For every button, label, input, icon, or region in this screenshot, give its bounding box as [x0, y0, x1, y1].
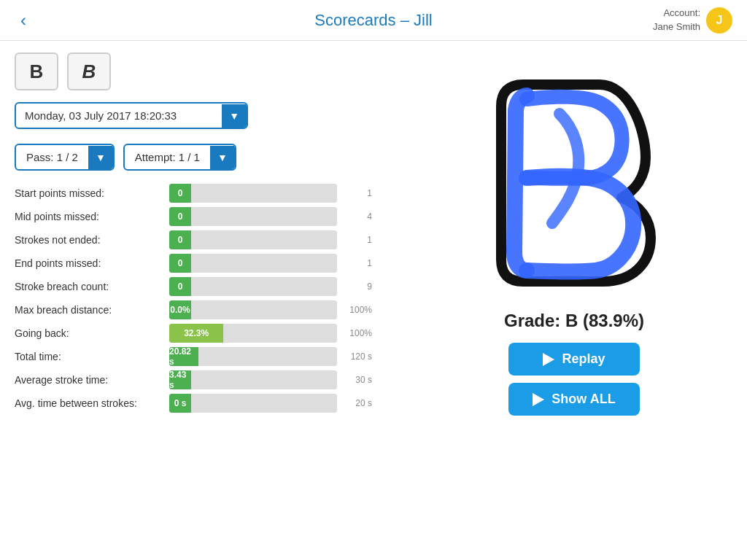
- metric-bar: 3.43 s: [169, 370, 337, 389]
- metrics-list: Start points missed:01Mid points missed:…: [15, 184, 394, 413]
- right-panel: Grade: B (83.9%) ReplayShow ALL: [409, 41, 747, 560]
- attempt-dropdown[interactable]: Attempt: 1 / 1 ▼: [123, 144, 236, 171]
- metric-max: 20 s: [346, 398, 372, 408]
- metric-row: End points missed:01: [15, 254, 394, 273]
- metric-bar: 0.0%: [169, 300, 337, 319]
- left-panel: B B Monday, 03 July 2017 18:20:33 ▼ Pass…: [0, 41, 409, 560]
- metric-max: 4: [346, 211, 372, 222]
- metric-label: Max breach distance:: [15, 304, 160, 316]
- metric-bar: 0: [169, 230, 337, 249]
- pass-arrow: ▼: [88, 146, 113, 169]
- metric-max: 30 s: [346, 375, 372, 385]
- pass-value: Pass: 1 / 2: [16, 145, 88, 169]
- metric-label: Total time:: [15, 351, 160, 362]
- attempt-value: Attempt: 1 / 1: [125, 145, 210, 169]
- metric-bar-fill: 3.43 s: [169, 370, 191, 389]
- metric-max: 9: [346, 281, 372, 292]
- metric-bar-fill: 0: [169, 207, 191, 226]
- metric-row: Start points missed:01: [15, 184, 394, 203]
- metric-label: Start points missed:: [15, 187, 160, 199]
- main-content: B B Monday, 03 July 2017 18:20:33 ▼ Pass…: [0, 41, 747, 560]
- metric-label: Stroke breach count:: [15, 281, 160, 292]
- metric-max: 1: [346, 235, 372, 245]
- metric-max: 100%: [346, 328, 372, 338]
- metric-bar: 0: [169, 277, 337, 296]
- metric-label: End points missed:: [15, 257, 160, 269]
- grade-display: Grade: B (83.9%): [504, 311, 644, 331]
- metric-row: Avg. time between strokes:0 s20 s: [15, 394, 394, 413]
- metric-label: Going back:: [15, 327, 160, 339]
- metric-bar-fill: 0 s: [169, 394, 191, 413]
- metric-bar-fill: 0.0%: [169, 300, 191, 319]
- metric-bar-fill: 20.82 s: [169, 347, 198, 366]
- metric-bar-fill: 0: [169, 277, 191, 296]
- metric-bar-fill: 32.3%: [169, 324, 223, 343]
- metric-label: Mid points missed:: [15, 211, 160, 222]
- attempt-arrow: ▼: [210, 146, 235, 169]
- metric-row: Average stroke time:3.43 s30 s: [15, 370, 394, 389]
- metric-bar: 0: [169, 184, 337, 203]
- replay-button[interactable]: Replay: [508, 343, 640, 376]
- metric-label: Avg. time between strokes:: [15, 397, 160, 409]
- metric-label: Average stroke time:: [15, 374, 160, 386]
- play-icon: [533, 393, 544, 406]
- metric-bar: 32.3%: [169, 324, 337, 343]
- metric-max: 120 s: [346, 351, 372, 362]
- header: ‹ Scorecards – Jill Account: Jane Smith …: [0, 0, 747, 41]
- metric-bar-fill: 0: [169, 184, 191, 203]
- play-icon: [543, 353, 554, 366]
- metric-max: 1: [346, 258, 372, 268]
- metric-row: Stroke breach count:09: [15, 277, 394, 296]
- metric-row: Mid points missed:04: [15, 207, 394, 226]
- replay-label: Replay: [562, 351, 605, 367]
- metric-bar: 0: [169, 207, 337, 226]
- metric-max: 1: [346, 188, 372, 198]
- show-all-label: Show ALL: [551, 392, 615, 407]
- metric-row: Total time:20.82 s120 s: [15, 347, 394, 366]
- pass-dropdown[interactable]: Pass: 1 / 2 ▼: [15, 144, 115, 171]
- metric-row: Max breach distance:0.0%100%: [15, 300, 394, 319]
- date-value: Monday, 03 July 2017 18:20:33: [16, 104, 222, 128]
- letter-tab-1[interactable]: B: [67, 52, 111, 90]
- metric-bar: 0: [169, 254, 337, 273]
- metric-row: Strokes not ended:01: [15, 230, 394, 249]
- metric-bar: 0 s: [169, 394, 337, 413]
- metric-row: Going back:32.3%100%: [15, 324, 394, 343]
- metric-bar-fill: 0: [169, 230, 191, 249]
- account-label: Account:: [653, 7, 700, 20]
- back-button[interactable]: ‹: [15, 7, 32, 34]
- letter-tabs: B B: [15, 52, 394, 90]
- show-all-button[interactable]: Show ALL: [508, 383, 640, 416]
- page-title: Scorecards – Jill: [314, 11, 432, 30]
- date-dropdown[interactable]: Monday, 03 July 2017 18:20:33 ▼: [15, 102, 248, 129]
- account-area: Account: Jane Smith J: [653, 7, 732, 33]
- action-buttons: ReplayShow ALL: [508, 343, 640, 423]
- metric-bar: 20.82 s: [169, 347, 337, 366]
- avatar: J: [706, 7, 732, 34]
- selectors-row: Pass: 1 / 2 ▼ Attempt: 1 / 1 ▼: [15, 144, 394, 171]
- date-dropdown-arrow: ▼: [222, 104, 247, 128]
- account-name: Jane Smith: [653, 20, 700, 34]
- letter-tab-0[interactable]: B: [15, 52, 58, 90]
- metric-max: 100%: [346, 305, 372, 315]
- metric-label: Strokes not ended:: [15, 234, 160, 246]
- metric-bar-fill: 0: [169, 254, 191, 273]
- letter-canvas: [457, 55, 691, 303]
